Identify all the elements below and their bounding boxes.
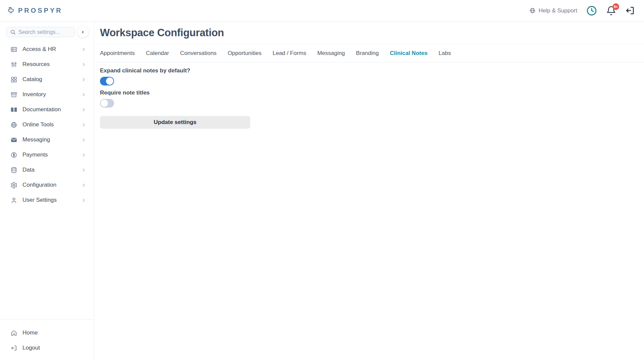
chevron-right-icon — [82, 123, 86, 127]
chevron-right-icon — [82, 108, 86, 112]
sidebar-item[interactable]: Configuration — [0, 179, 94, 191]
chevron-right-icon — [82, 77, 86, 82]
sidebar-item-label: Catalog — [22, 76, 82, 83]
sidebar-item-label: Access & HR — [22, 46, 82, 53]
clinical-notes-settings: Expand clinical notes by default? Requir… — [95, 62, 644, 129]
grid-icon — [10, 76, 17, 83]
sidebar-item-label: Configuration — [22, 182, 82, 188]
tab[interactable]: Messaging — [317, 50, 345, 57]
logout-icon — [625, 5, 635, 16]
setting-label: Require note titles — [100, 89, 639, 96]
sidebar-item-label: Online Tools — [22, 121, 82, 128]
tab[interactable]: Clinical Notes — [390, 50, 427, 57]
sidebar-footer-item[interactable]: Home — [0, 326, 94, 339]
chevron-right-icon — [82, 198, 86, 202]
chevron-right-icon — [82, 47, 86, 52]
sidebar-item[interactable]: User Settings — [0, 194, 94, 206]
toggle-knob — [106, 77, 113, 85]
sidebar-item[interactable]: Access & HR — [0, 43, 94, 56]
sidebar-item-label: Data — [22, 167, 82, 173]
top-bar: PROSPYR Help & Support 9+ — [0, 0, 644, 21]
help-support-label: Help & Support — [539, 7, 577, 14]
sidebar-footer: Home Logout — [0, 319, 94, 362]
chevron-right-icon — [82, 62, 86, 67]
sidebar-item[interactable]: Inventory — [0, 88, 94, 101]
archive-icon — [10, 91, 17, 98]
globe-icon — [10, 121, 17, 128]
tab[interactable]: Branding — [356, 50, 379, 57]
setting-toggle[interactable] — [100, 99, 114, 108]
sidebar-item-label: Payments — [22, 152, 82, 158]
sidebar-item[interactable]: Documentation — [0, 103, 94, 116]
tab[interactable]: Appointments — [100, 50, 135, 57]
mail-icon — [10, 136, 17, 143]
chevron-right-icon — [82, 183, 86, 187]
sidebar-item[interactable]: Payments — [0, 148, 94, 161]
id-card-icon — [10, 46, 17, 53]
settings-sidebar: ‹ Access & HR Resources Catalog — [0, 21, 94, 362]
sidebar-item-label: Inventory — [22, 91, 82, 98]
globe-icon — [529, 7, 536, 14]
sidebar-item-label: User Settings — [22, 197, 82, 203]
chevron-right-icon — [82, 93, 86, 97]
sidebar-item-label: Resources — [22, 61, 82, 68]
sidebar-footer-label: Home — [22, 329, 86, 336]
user-icon — [10, 197, 17, 204]
sidebar-nav: Access & HR Resources Catalog Inventory — [0, 43, 94, 206]
chevron-right-icon — [82, 153, 86, 157]
logout-icon — [10, 345, 17, 352]
search-input[interactable] — [6, 27, 75, 37]
sidebar-item[interactable]: Messaging — [0, 133, 94, 146]
home-icon — [10, 329, 17, 337]
tab[interactable]: Lead / Forms — [273, 50, 306, 57]
tab[interactable]: Labs — [439, 50, 451, 57]
chevron-left-icon: ‹ — [82, 29, 84, 35]
toggle-knob — [101, 100, 108, 107]
sidebar-item[interactable]: Catalog — [0, 73, 94, 86]
config-tabs: Appointments Calendar Conversations Oppo… — [95, 44, 644, 62]
sidebar-footer-item[interactable]: Logout — [0, 342, 94, 354]
sidebar-item-label: Documentation — [22, 106, 82, 113]
setting-row: Expand clinical notes by default? — [100, 67, 639, 85]
page-title: Workspace Configuration — [100, 27, 224, 39]
tab[interactable]: Calendar — [146, 50, 169, 57]
chevron-right-icon — [82, 138, 86, 142]
setting-label: Expand clinical notes by default? — [100, 67, 639, 74]
notification-badge: 9+ — [612, 3, 619, 10]
dollar-circle-icon — [10, 152, 17, 159]
update-settings-button[interactable]: Update settings — [100, 116, 250, 129]
prospyr-cross-icon — [7, 6, 15, 15]
book-open-icon — [10, 106, 17, 113]
tab[interactable]: Conversations — [180, 50, 217, 57]
setting-row: Require note titles — [100, 89, 639, 108]
sliders-icon — [10, 61, 17, 68]
sidebar-item[interactable]: Resources — [0, 58, 94, 71]
setting-toggle[interactable] — [100, 77, 114, 85]
recent-activity-button[interactable] — [586, 5, 597, 16]
page-header: Workspace Configuration — [95, 21, 644, 44]
brand-name: PROSPYR — [18, 7, 63, 14]
sidebar-footer-label: Logout — [22, 345, 86, 351]
sign-out-button[interactable] — [625, 5, 635, 16]
search-icon — [10, 29, 16, 35]
clock-icon — [586, 5, 597, 16]
gear-icon — [10, 182, 17, 189]
tab[interactable]: Opportunities — [228, 50, 262, 57]
sidebar-search: ‹ — [6, 27, 94, 38]
brand-logo[interactable]: PROSPYR — [7, 6, 63, 15]
sidebar-item[interactable]: Data — [0, 164, 94, 176]
database-icon — [10, 167, 17, 174]
notifications-button[interactable]: 9+ — [606, 6, 616, 16]
header-actions: Help & Support 9+ — [529, 5, 635, 16]
sidebar-collapse-button[interactable]: ‹ — [77, 26, 89, 38]
sidebar-item[interactable]: Online Tools — [0, 118, 94, 131]
sidebar-item-label: Messaging — [22, 136, 82, 143]
main-content: Workspace Configuration Appointments Cal… — [95, 21, 644, 362]
help-support-link[interactable]: Help & Support — [529, 7, 577, 14]
chevron-right-icon — [82, 168, 86, 172]
